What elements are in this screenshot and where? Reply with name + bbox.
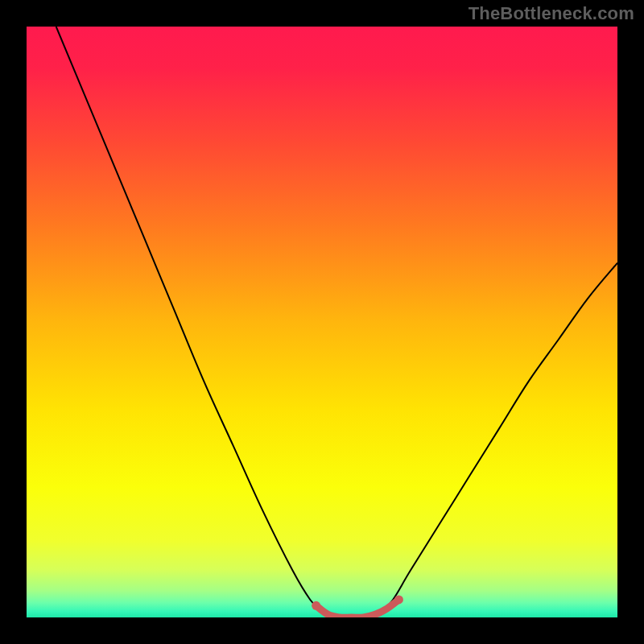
highlight-endpoint <box>394 595 403 604</box>
highlight-endpoint <box>312 601 320 610</box>
chart-frame: TheBottleneck.com <box>0 0 644 644</box>
watermark: TheBottleneck.com <box>469 3 634 24</box>
gradient-background <box>27 27 617 617</box>
bottleneck-chart <box>0 0 644 644</box>
